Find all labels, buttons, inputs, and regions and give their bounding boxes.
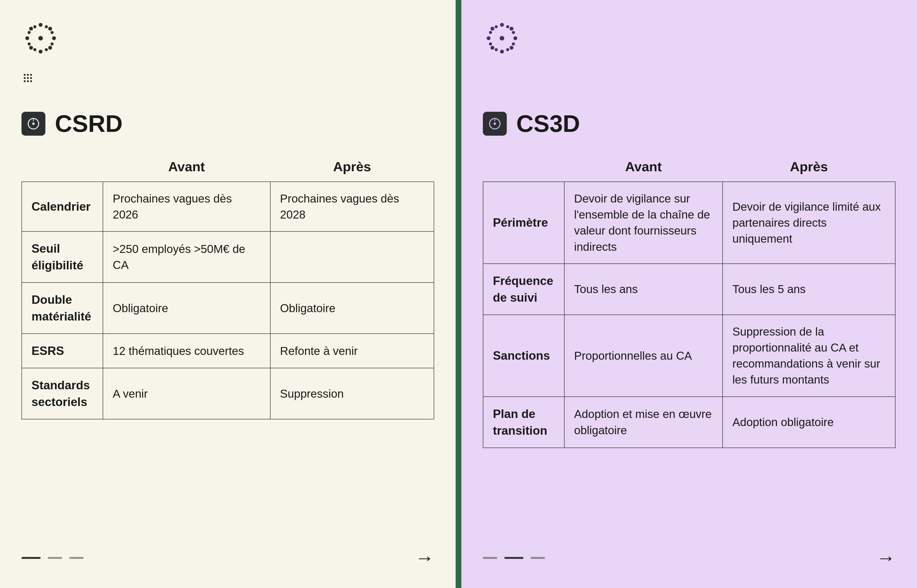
svg-point-21 bbox=[27, 77, 29, 79]
svg-point-25 bbox=[30, 80, 32, 82]
table-row: Périmètre Devoir de vigilance sur l'ense… bbox=[483, 182, 895, 264]
dot-2 bbox=[48, 557, 62, 559]
row-avant: Proportionnelles au CA bbox=[564, 315, 723, 397]
col-header-avant-left: Avant bbox=[103, 152, 270, 182]
section-title-right: CS3D bbox=[516, 110, 580, 137]
dot-1 bbox=[21, 557, 40, 559]
svg-point-11 bbox=[34, 48, 37, 51]
svg-point-23 bbox=[24, 80, 26, 82]
row-label: Sanctions bbox=[483, 315, 564, 397]
row-avant: >250 employés >50M€ de CA bbox=[103, 231, 270, 283]
left-panel: CSRD Avant Après Calendrier Prochaines v… bbox=[0, 0, 455, 588]
dot-3 bbox=[531, 557, 545, 559]
svg-point-38 bbox=[495, 25, 498, 28]
csrd-table: Avant Après Calendrier Prochaines vagues… bbox=[21, 152, 434, 419]
footer-left: → bbox=[21, 547, 434, 569]
svg-point-10 bbox=[45, 25, 48, 28]
svg-point-14 bbox=[28, 42, 31, 45]
svg-point-41 bbox=[506, 48, 509, 51]
dot-3 bbox=[69, 557, 84, 559]
svg-point-22 bbox=[30, 77, 32, 79]
section-header-right: CS3D bbox=[483, 110, 896, 137]
svg-point-44 bbox=[512, 31, 515, 34]
right-panel: CS3D Avant Après Périmètre Devoir de vig… bbox=[462, 0, 917, 588]
svg-point-1 bbox=[39, 50, 42, 53]
row-apres: Tous les 5 ans bbox=[723, 264, 895, 315]
footer-arrow-left[interactable]: → bbox=[415, 547, 434, 569]
row-label: ESRS bbox=[22, 334, 103, 368]
row-avant: Adoption et mise en œuvre obligatoire bbox=[564, 397, 723, 448]
svg-point-47 bbox=[494, 123, 496, 125]
dot-icon-left bbox=[21, 72, 40, 91]
svg-point-18 bbox=[27, 74, 29, 76]
cs3d-table: Avant Après Périmètre Devoir de vigilanc… bbox=[483, 152, 896, 448]
svg-point-40 bbox=[495, 48, 498, 51]
svg-point-0 bbox=[39, 23, 42, 27]
table-row: Sanctions Proportionnelles au CA Suppres… bbox=[483, 315, 895, 397]
svg-point-30 bbox=[500, 50, 504, 53]
svg-point-13 bbox=[28, 31, 31, 34]
svg-point-20 bbox=[24, 77, 26, 79]
row-label: Fréquence de suivi bbox=[483, 264, 564, 315]
col-header-apres-left: Après bbox=[270, 152, 434, 182]
row-label: Seuil éligibilité bbox=[22, 231, 103, 283]
row-avant: A venir bbox=[103, 368, 270, 419]
svg-point-15 bbox=[51, 31, 54, 34]
col-header-avant-right: Avant bbox=[564, 152, 723, 182]
svg-point-34 bbox=[510, 46, 513, 50]
row-apres: Suppression bbox=[270, 368, 434, 419]
svg-point-42 bbox=[489, 31, 492, 34]
svg-point-3 bbox=[52, 36, 56, 40]
row-avant: 12 thématiques couvertes bbox=[103, 334, 270, 368]
svg-point-33 bbox=[491, 27, 494, 31]
section-header-left: CSRD bbox=[21, 110, 434, 137]
row-apres: Obligatoire bbox=[270, 283, 434, 334]
csrd-icon bbox=[21, 112, 45, 136]
svg-point-24 bbox=[27, 80, 29, 82]
col-header-label bbox=[22, 152, 103, 182]
svg-point-19 bbox=[30, 74, 32, 76]
row-label: Standards sectoriels bbox=[22, 368, 103, 419]
row-label: Plan de transition bbox=[483, 397, 564, 448]
table-row: Double matérialité Obligatoire Obligatoi… bbox=[22, 283, 434, 334]
row-label: Périmètre bbox=[483, 182, 564, 264]
row-apres bbox=[270, 231, 434, 283]
row-label: Calendrier bbox=[22, 182, 103, 231]
dot-1 bbox=[483, 557, 497, 559]
svg-point-36 bbox=[491, 46, 494, 50]
svg-point-37 bbox=[500, 36, 504, 40]
dot-2 bbox=[504, 557, 523, 559]
row-apres: Prochaines vagues dès 2028 bbox=[270, 182, 434, 231]
table-row: Fréquence de suivi Tous les ans Tous les… bbox=[483, 264, 895, 315]
svg-point-16 bbox=[51, 42, 54, 45]
row-apres: Adoption obligatoire bbox=[723, 397, 895, 448]
row-apres: Devoir de vigilance limité aux partenair… bbox=[723, 182, 895, 264]
svg-point-7 bbox=[29, 46, 33, 50]
svg-point-6 bbox=[48, 27, 52, 31]
svg-point-27 bbox=[32, 123, 35, 125]
table-row: Seuil éligibilité >250 employés >50M€ de… bbox=[22, 231, 434, 283]
svg-point-17 bbox=[24, 74, 26, 76]
logo-right bbox=[483, 19, 521, 57]
svg-point-45 bbox=[512, 42, 515, 45]
svg-point-31 bbox=[487, 36, 491, 40]
svg-point-43 bbox=[489, 42, 492, 45]
table-row: Calendrier Prochaines vagues dès 2026 Pr… bbox=[22, 182, 434, 231]
svg-point-8 bbox=[38, 36, 43, 40]
col-header-label-right bbox=[483, 152, 564, 182]
row-apres: Suppression de la proportionnalité au CA… bbox=[723, 315, 895, 397]
col-header-apres-right: Après bbox=[723, 152, 895, 182]
footer-arrow-right[interactable]: → bbox=[877, 547, 896, 569]
svg-point-39 bbox=[506, 25, 509, 28]
row-avant: Tous les ans bbox=[564, 264, 723, 315]
footer-right: → bbox=[483, 547, 896, 569]
footer-dots-left bbox=[21, 557, 84, 559]
panel-divider bbox=[455, 0, 462, 588]
svg-point-32 bbox=[513, 36, 517, 40]
cs3d-icon bbox=[483, 112, 507, 136]
logo-left bbox=[21, 19, 60, 57]
svg-point-35 bbox=[510, 27, 513, 31]
row-avant: Obligatoire bbox=[103, 283, 270, 334]
svg-point-12 bbox=[45, 48, 48, 51]
table-row: Standards sectoriels A venir Suppression bbox=[22, 368, 434, 419]
